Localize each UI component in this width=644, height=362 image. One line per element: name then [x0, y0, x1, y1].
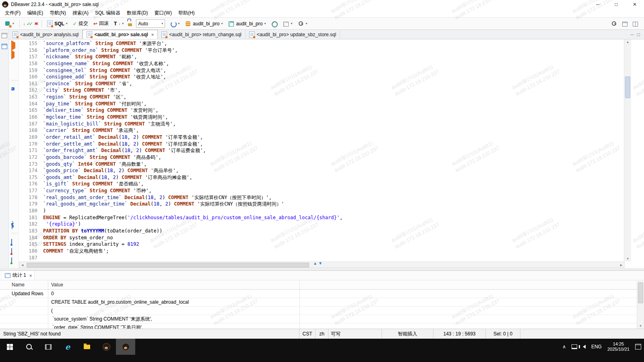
code-line[interactable]: 174`goods_price` Decimal(18, 2) COMMENT …	[19, 167, 624, 174]
connection-selector[interactable]: audit_bi_pro ▾	[183, 19, 225, 28]
scroll-right-icon[interactable]: ►	[619, 263, 623, 267]
code-line[interactable]: 172`goods_barcode` String COMMENT '商品条码'…	[19, 154, 624, 161]
code-line[interactable]: 177`currency_type` String COMMENT '币种',	[19, 187, 624, 194]
open-file-icon[interactable]	[11, 239, 12, 245]
table-row[interactable]: (	[0, 306, 637, 315]
isolation-combo[interactable]: Auto ▾	[136, 19, 165, 28]
code-line[interactable]: 178`real_goods_amt_order_time` Decimal(1…	[19, 194, 624, 201]
code-line[interactable]: 167`main_logistic_bill` String COMMENT '…	[19, 121, 624, 128]
menu-item[interactable]: 数据库(D)	[124, 9, 151, 17]
settings-gear-icon[interactable]	[11, 222, 14, 228]
execute-script-icon[interactable]	[11, 52, 14, 58]
code-line[interactable]: 164`pay_time` String COMMENT '付款时间',	[19, 101, 624, 107]
code-line[interactable]: 176`is_gift` String COMMENT '是否赠品',	[19, 181, 624, 187]
menu-item[interactable]: 编辑(E)	[24, 9, 46, 17]
quick-search-button[interactable]	[611, 21, 617, 27]
sql-console-icon[interactable]: >_	[11, 85, 14, 91]
close-icon[interactable]: ×	[28, 273, 32, 278]
task-view-button[interactable]	[39, 339, 58, 355]
file-explorer-button[interactable]	[77, 339, 97, 355]
code-line[interactable]: 180)	[19, 208, 624, 214]
taskbar-search-button[interactable]	[19, 339, 39, 355]
navigator-button[interactable]	[269, 19, 279, 28]
rollback-x-icon[interactable]: ××	[34, 21, 38, 26]
transaction-mode-button[interactable]: T ↓ ▾	[112, 20, 126, 28]
minimize-view-icon[interactable]: ─	[630, 32, 634, 37]
code-line[interactable]: 173`goods_qty` Int64 COMMENT '商品数量',	[19, 161, 624, 168]
scrollbar-thumb[interactable]	[625, 76, 630, 98]
menu-item[interactable]: 搜索(A)	[69, 9, 92, 17]
more-actions-icon[interactable]: ····	[11, 231, 18, 235]
perspective-button[interactable]	[621, 21, 628, 27]
volume-button[interactable]	[580, 339, 588, 355]
status-timezone[interactable]: CST	[299, 329, 315, 339]
code-line[interactable]: 187	[19, 255, 624, 261]
scrollbar-thumb[interactable]	[638, 282, 643, 303]
status-selection[interactable]: Sel: 0 | 0	[485, 329, 520, 339]
restore-panel-icon[interactable]	[2, 33, 7, 38]
code-line[interactable]: 163`region` String COMMENT '区',	[19, 94, 624, 101]
db-navigator-icon[interactable]	[2, 44, 7, 49]
close-button[interactable]: ✕	[625, 0, 644, 9]
code-line[interactable]: 156`platform_order_no` String COMMENT '平…	[19, 47, 624, 54]
sql-dialect-button[interactable]: SQL ▾	[45, 19, 70, 28]
menu-item[interactable]: 导航(N)	[46, 9, 69, 17]
ie-button[interactable]: e	[58, 339, 77, 355]
unsaved-file-icon[interactable]	[11, 249, 12, 254]
menu-item[interactable]: 窗口(W)	[151, 9, 175, 17]
code-line[interactable]: 175`goods_amt` Decimal(18, 2) COMMENT '订…	[19, 174, 624, 181]
code-line[interactable]: 168`carrier` String COMMENT '承运商',	[19, 127, 624, 134]
status-writable[interactable]: 可写	[328, 329, 382, 339]
new-connection-button[interactable]: ▾	[2, 19, 16, 28]
rollback-button[interactable]: ↩ 回滚	[91, 19, 111, 28]
editor-tab[interactable]: <audit_bi_pro> sale.sql×	[83, 30, 158, 39]
column-header-value[interactable]: Value	[48, 281, 300, 289]
scroll-down-icon[interactable]: ▼	[624, 257, 631, 261]
close-icon[interactable]: ×	[150, 32, 154, 37]
code-line[interactable]: 166`mgclear_time` String COMMENT '钱货两清时间…	[19, 114, 624, 121]
code-line[interactable]: 162`city` String COMMENT '市',	[19, 87, 624, 94]
column-header-name[interactable]: Name	[0, 281, 48, 289]
code-line[interactable]: 179`real_goods_amt_mgclear_time` Decimal…	[19, 201, 624, 208]
table-row[interactable]: `order_date` String COMMENT '下单日期',	[0, 323, 637, 329]
menu-item[interactable]: 帮助(H)	[175, 9, 198, 17]
fetch-down-icon[interactable]: ↓	[23, 21, 25, 26]
editor-tab[interactable]: <audit_bi_pro> update_sbz_store.sql	[246, 30, 340, 39]
taskbar-clock[interactable]: 14:25 2025/10/21	[605, 339, 632, 355]
code-line[interactable]: 171`order_freight_amt` Decimal(18, 2) CO…	[19, 147, 624, 154]
editor-layout-button[interactable]	[632, 21, 638, 27]
code-line[interactable]: 161`province` String COMMENT '省',	[19, 80, 624, 87]
table-row[interactable]: `source_system` String COMMENT '来源系统',	[0, 315, 637, 323]
refresh-button[interactable]: ▾	[168, 19, 182, 28]
scroll-down-icon[interactable]: ▼	[637, 324, 644, 328]
code-line[interactable]: 181ENGINE = ReplicatedMergeTree('/clickh…	[19, 214, 624, 221]
dbeaver-taskbar-button[interactable]	[97, 339, 116, 355]
code-line[interactable]: 183PARTITION BY toYYYYMM(toDate(order_da…	[19, 228, 624, 234]
code-line[interactable]: 184ORDER BY system_order_no	[19, 234, 624, 241]
more-actions-icon[interactable]: ····	[11, 78, 18, 82]
menu-item[interactable]: 文件(F)	[2, 9, 24, 17]
code-line[interactable]: 170`order_settle_amt` Decimal(18, 2) COM…	[19, 141, 624, 148]
code-line[interactable]: 159`consignee_tel` String COMMENT '收货人电话…	[19, 67, 624, 74]
table-row[interactable]: Updated Rows0	[0, 290, 637, 298]
pc-status-button[interactable]	[569, 339, 580, 355]
status-caret-position[interactable]: 143 : 19 : 5693	[433, 329, 485, 339]
search-button[interactable]: ▾	[296, 19, 310, 28]
grid-view-button[interactable]: ▾	[281, 19, 294, 28]
editor-tab[interactable]: <audit_bi_pro> return_change.sql	[158, 30, 245, 39]
code-line[interactable]: 155`source_platform` String COMMENT '来源平…	[19, 40, 624, 47]
stats-tab[interactable]: 统计 1 ×	[2, 271, 35, 280]
status-insert-mode[interactable]: 智能插入	[382, 329, 433, 339]
minimize-button[interactable]: ─	[588, 0, 607, 9]
start-button[interactable]	[0, 339, 19, 355]
tray-expand-button[interactable]: ∧	[559, 339, 569, 355]
sql-code-editor[interactable]: 155`source_platform` String COMMENT '来源平…	[19, 39, 624, 261]
commit-button[interactable]: ✓ 提交	[71, 19, 90, 28]
menu-item[interactable]: SQL 编辑器	[92, 9, 124, 17]
saved-file-icon[interactable]	[11, 258, 12, 263]
maximize-view-icon[interactable]: □	[637, 32, 640, 37]
scrollbar-thumb[interactable]	[27, 263, 309, 267]
status-language[interactable]: zh	[315, 329, 328, 339]
code-line[interactable]: 157`nickname` String COMMENT '昵称',	[19, 53, 624, 60]
action-center-button[interactable]	[632, 339, 644, 355]
